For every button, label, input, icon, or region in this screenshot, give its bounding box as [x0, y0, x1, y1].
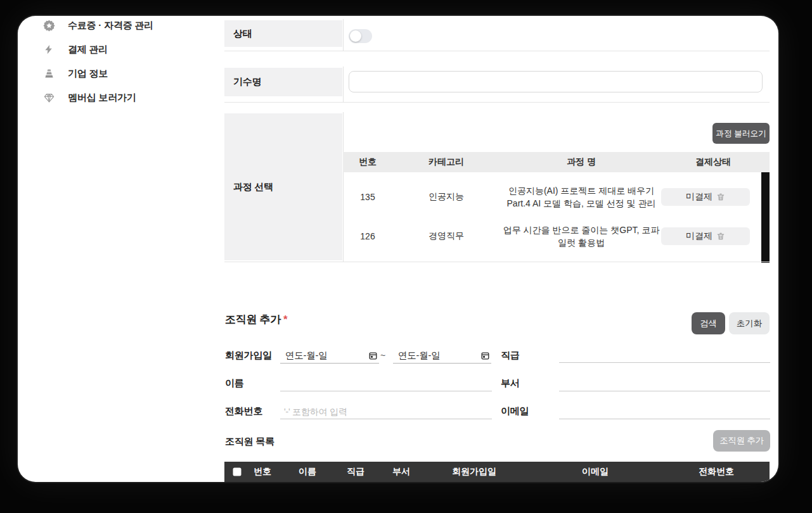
search-button[interactable]: 검색 [692, 312, 725, 334]
position-input[interactable] [559, 348, 770, 363]
members-title-text: 조직원 추가 [225, 314, 281, 326]
name-label: 이름 [225, 377, 244, 390]
calendar-icon [368, 351, 378, 360]
date-placeholder: 연도-월-일 [280, 350, 327, 362]
reset-button[interactable]: 초기화 [729, 312, 770, 334]
building-icon [43, 68, 55, 80]
select-all-checkbox[interactable] [233, 468, 242, 476]
cohort-name-input[interactable] [349, 71, 763, 92]
sidebar-item-certificates[interactable]: 수료증 · 자격증 관리 [18, 16, 221, 37]
cohort-name-label: 기수명 [224, 68, 342, 96]
row-divider [224, 262, 770, 262]
trash-icon [716, 232, 725, 241]
row-divider [224, 102, 770, 103]
sidebar-item-label: 멤버십 보러가기 [68, 92, 136, 104]
member-col-name: 이름 [299, 466, 316, 478]
sidebar-item-payments[interactable]: 결제 관리 [18, 37, 221, 61]
course-row-name: 업무 시간을 반으로 줄이는 챗GPT, 코파일럿 활용법 [503, 224, 660, 249]
load-course-button[interactable]: 과정 불러오기 [712, 123, 770, 144]
toggle-knob [350, 30, 361, 42]
date-range-separator: ~ [380, 350, 385, 360]
member-col-position: 직급 [347, 466, 364, 478]
member-col-email: 이메일 [582, 466, 609, 478]
course-col-no: 번호 [359, 156, 377, 168]
content-card: 수료증 · 자격증 관리 결제 관리 기업 정보 [18, 16, 778, 482]
member-list-label: 조직원 목록 [225, 436, 274, 448]
department-label: 부서 [501, 377, 520, 390]
sidebar-item-label: 기업 정보 [68, 68, 108, 80]
join-date-start-input[interactable]: 연도-월-일 [280, 348, 379, 364]
course-row-name: 인공지능(AI) 프로젝트 제대로 배우기 Part.4 AI 모델 학습, 모… [503, 184, 660, 210]
add-member-button[interactable]: 조직원 추가 [713, 430, 770, 452]
course-row-no: 126 [360, 231, 375, 241]
course-col-name: 과정 명 [567, 156, 596, 168]
sidebar-item-label: 결제 관리 [68, 44, 108, 56]
join-date-end-input[interactable]: 연도-월-일 [393, 348, 491, 364]
lightning-icon [43, 44, 55, 56]
phone-label: 전화번호 [225, 405, 262, 417]
payment-status-button[interactable]: 미결제 [661, 188, 750, 206]
email-label: 이메일 [501, 405, 529, 417]
name-input[interactable] [280, 376, 492, 391]
course-table-header: 번호 카테고리 과정 명 결제상태 [343, 152, 770, 172]
payment-status-button[interactable]: 미결제 [661, 227, 750, 245]
sidebar: 수료증 · 자격증 관리 결제 관리 기업 정보 [18, 16, 221, 110]
course-row-category: 인공지능 [429, 191, 464, 203]
status-toggle[interactable] [349, 29, 372, 43]
column-separator [343, 112, 344, 262]
required-asterisk: * [283, 314, 287, 326]
course-col-category: 카테고리 [429, 156, 464, 168]
members-section-title: 조직원 추가* [225, 312, 287, 327]
position-label: 직급 [501, 350, 520, 362]
member-col-department: 부서 [392, 466, 410, 478]
member-table-header: 번호 이름 직급 부서 회원가입일 이메일 전화번호 [224, 462, 770, 482]
join-date-label: 회원가입일 [225, 350, 272, 362]
course-row-no: 135 [360, 192, 375, 202]
course-col-payment: 결제상태 [695, 156, 731, 168]
course-row-category: 경영직무 [429, 231, 464, 242]
course-select-label: 과정 선택 [224, 113, 342, 260]
column-separator [343, 19, 344, 51]
diamond-icon [43, 92, 55, 104]
department-input[interactable] [559, 376, 770, 391]
member-col-join-date: 회원가입일 [452, 466, 496, 478]
sidebar-item-label: 수료증 · 자격증 관리 [68, 20, 153, 32]
sidebar-item-membership[interactable]: 멤버십 보러가기 [18, 86, 221, 110]
member-col-no: 번호 [254, 466, 271, 478]
email-input[interactable] [559, 404, 770, 419]
row-divider [224, 51, 770, 51]
calendar-icon [480, 351, 490, 360]
course-table-scrollbar[interactable] [761, 172, 770, 263]
payment-status-label: 미결제 [686, 191, 712, 203]
phone-input[interactable] [280, 404, 492, 419]
sidebar-item-company[interactable]: 기업 정보 [18, 61, 221, 86]
member-col-phone: 전화번호 [699, 466, 734, 478]
date-placeholder: 연도-월-일 [393, 350, 440, 362]
trash-icon [716, 193, 725, 201]
status-label: 상태 [224, 20, 342, 47]
payment-status-label: 미결제 [686, 231, 712, 242]
certificate-badge-icon [43, 20, 55, 32]
column-separator [343, 66, 344, 102]
